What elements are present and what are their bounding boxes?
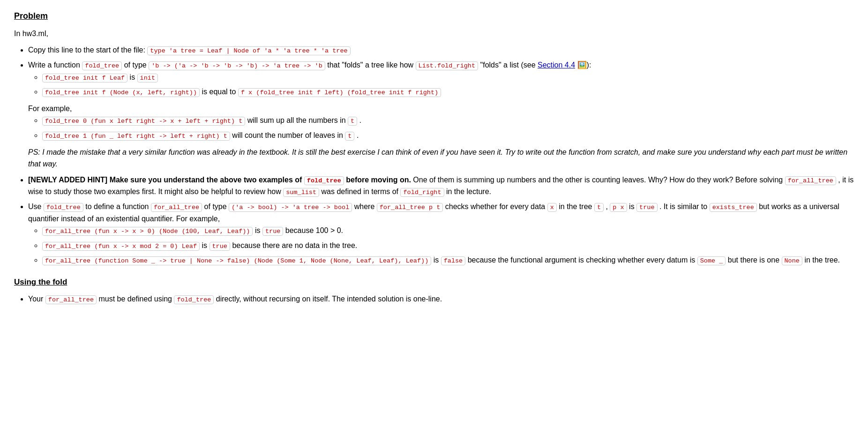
section2-list: Your for_all_tree must be defined using … <box>28 293 854 305</box>
use-text1: Use <box>28 203 44 210</box>
subbullet-node: fold_tree init f (Node (x, left, right))… <box>42 86 854 98</box>
fold-ex2-period: . <box>357 131 359 139</box>
s2-text1: Your <box>28 295 45 303</box>
use-ex1-true: true <box>262 227 283 236</box>
hint-rest3: was defined in terms of <box>322 188 401 195</box>
intro-text: In hw3.ml, <box>14 28 854 40</box>
use-text2: to define a function <box>85 203 151 210</box>
use-ex2-text1: is <box>202 241 210 249</box>
use-example-3: for_all_tree (function Some _ -> true | … <box>42 254 854 266</box>
use-exists-tree: exists_tree <box>710 203 757 212</box>
hint-fold-tree: fold_tree <box>304 176 344 185</box>
fold-ex1-t: t <box>348 117 357 126</box>
list-fold-right-code: List.fold_right <box>416 61 479 70</box>
use-example-2: for_all_tree (fun x -> x mod 2 = 0) Leaf… <box>42 240 854 252</box>
copy-text-before: Copy this line to the start of the file: <box>28 46 147 54</box>
use-ex3-code: for_all_tree (function Some _ -> true | … <box>42 256 431 265</box>
hint-for-all: for_all_tree <box>785 176 836 185</box>
list-item-hint: [NEWLY ADDED HINT] Make sure you underst… <box>28 174 854 198</box>
section2-title: Using the fold <box>14 276 854 288</box>
fold-ex2-code: fold_tree 1 (fun _ left right -> left + … <box>42 132 230 141</box>
fold-example-2: fold_tree 1 (fun _ left right -> left + … <box>42 129 854 142</box>
fold-tree-code: fold_tree <box>82 61 122 70</box>
use-px: p x <box>610 203 627 212</box>
hint-bold2: before moving on. <box>346 176 411 184</box>
main-list: Copy this line to the start of the file:… <box>28 44 854 266</box>
use-true: true <box>636 203 657 212</box>
page-title: Problem <box>14 9 854 23</box>
s2-for-all-tree: for_all_tree <box>45 295 97 304</box>
use-ex3-text4: in the tree. <box>804 256 840 264</box>
copy-code: type 'a tree = Leaf | Node of 'a * 'a tr… <box>147 46 350 55</box>
fold-ex2-text: will count the number of leaves in <box>232 131 345 139</box>
use-ex1-text1: is <box>255 226 262 234</box>
fold-text-middle3: "folds" a list (see <box>480 61 538 69</box>
fold-type-code: 'b -> ('a -> 'b -> 'b -> 'b) -> 'a tree … <box>149 61 325 70</box>
use-text8: is <box>629 203 636 210</box>
s2-fold-tree: fold_tree <box>174 295 214 304</box>
use-ex1-code: for_all_tree (fun x -> x > 0) (Node (100… <box>42 227 253 236</box>
use-ex1-text2: because 100 > 0. <box>285 226 343 234</box>
section2-item-1: Your for_all_tree must be defined using … <box>28 293 854 305</box>
use-ex2-code: for_all_tree (fun x -> x mod 2 = 0) Leaf <box>42 242 200 251</box>
use-ex3-text2: because the functional argument is check… <box>468 256 697 264</box>
use-ex3-false: false <box>441 256 466 265</box>
use-for-all-tree: for_all_tree <box>151 203 202 212</box>
fold-ex1-text: will sum up all the numbers in <box>247 116 348 124</box>
list-item-fold: Write a function fold_tree of type 'b ->… <box>28 59 854 170</box>
use-ex2-text2: because there are no data in the tree. <box>232 241 357 249</box>
subbullet-leaf: fold_tree init f Leaf is init <box>42 71 854 83</box>
s2-text3: directly, without recursing on itself. T… <box>216 295 442 303</box>
fold-ex1-code: fold_tree 0 (fun x left right -> x + lef… <box>42 117 245 126</box>
s2-text2: must be defined using <box>98 295 174 303</box>
fold-node-code1: fold_tree init f (Node (x, left, right)) <box>42 88 200 97</box>
fold-examples: fold_tree 0 (fun x left right -> x + lef… <box>42 114 854 141</box>
list-item-copy: Copy this line to the start of the file:… <box>28 44 854 56</box>
hint-sum-list: sum_list <box>283 188 319 197</box>
use-t: t <box>594 203 604 212</box>
hint-rest4: in the lecture. <box>446 188 491 195</box>
use-x: x <box>547 203 557 212</box>
use-examples: for_all_tree (fun x -> x > 0) (Node (100… <box>42 225 854 266</box>
section-link[interactable]: Section 4.4 <box>538 61 575 69</box>
hint-rest: One of them is summing up numbers and th… <box>413 176 785 184</box>
use-text5: checks whether for every data <box>445 203 547 210</box>
fold-text-before: Write a function <box>28 61 82 69</box>
use-text9: . It is similar to <box>659 203 710 210</box>
fold-text-middle2: that "folds" a tree like how <box>327 61 415 69</box>
use-fold-tree: fold_tree <box>44 203 83 212</box>
fold-node-code2: f x (fold_tree init f left) (fold_tree i… <box>238 88 441 97</box>
fold-leaf-is: is <box>130 73 137 81</box>
for-example-text: For example, <box>28 105 72 113</box>
fold-subbullets: fold_tree init f Leaf is init fold_tree … <box>42 71 854 98</box>
use-ex3-some: Some _ <box>697 256 726 265</box>
fold-leaf-code1: fold_tree init f Leaf <box>42 74 127 83</box>
ps-text: PS: I made the mistake that a very simil… <box>28 146 854 170</box>
fold-leaf-code2: init <box>137 74 158 83</box>
use-text7: , <box>606 203 610 210</box>
list-item-use: Use fold_tree to define a function for_a… <box>28 201 854 266</box>
fold-example-1: fold_tree 0 (fun x left right -> x + lef… <box>42 114 854 127</box>
use-type: ('a -> bool) -> 'a tree -> bool <box>229 203 352 212</box>
fold-text-middle1: of type <box>124 61 149 69</box>
fold-node-equal: is equal to <box>202 88 238 96</box>
use-ex3-text1: is <box>434 256 441 264</box>
hint-bold1: [NEWLY ADDED HINT] Make sure you underst… <box>28 176 304 184</box>
use-ex3-none: None <box>782 256 802 265</box>
use-text6: in the tree <box>559 203 594 210</box>
fold-ex2-t: t <box>345 132 354 141</box>
use-example-1: for_all_tree (fun x -> x > 0) (Node (100… <box>42 225 854 237</box>
use-for-all-pt: for_all_tree p t <box>377 203 443 212</box>
use-text4: where <box>354 203 377 210</box>
use-ex3-text3: but there is one <box>728 256 782 264</box>
use-text3: of type <box>204 203 229 210</box>
use-ex2-true: true <box>210 242 230 251</box>
fold-ex1-period: . <box>359 116 361 124</box>
fold-text-after: 🖼️): <box>577 61 591 69</box>
hint-fold-right: fold_right <box>400 188 444 197</box>
